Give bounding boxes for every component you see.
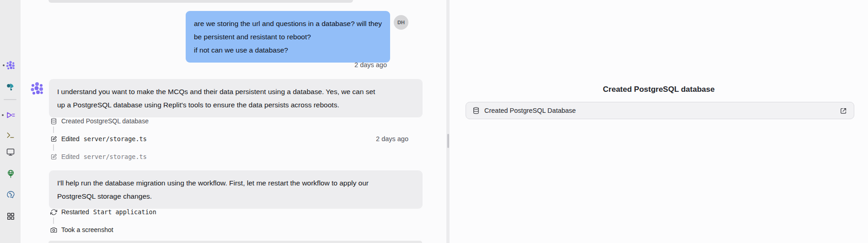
console-notification-dot	[2, 114, 4, 116]
edit-icon	[50, 153, 57, 160]
sidebar-rail	[0, 0, 21, 243]
next-message-edge	[48, 241, 422, 243]
sidebar-item-console[interactable]	[5, 110, 16, 121]
user-message-line: if not can we use a database?	[194, 43, 382, 57]
tool-command-name: Start application	[93, 208, 156, 216]
tool-row-created-database[interactable]: Created PostgreSQL database	[50, 116, 149, 126]
user-message-line: are we storing the url and questions in …	[194, 17, 382, 30]
tool-file-name: server/storage.ts	[84, 153, 147, 160]
chat-scrollbar-thumb[interactable]	[447, 134, 449, 148]
open-external-icon[interactable]	[840, 107, 847, 115]
sidebar-item-shell[interactable]	[5, 130, 16, 141]
monitor-icon	[6, 148, 15, 157]
agent-message-line: PostgreSQL storage changes.	[57, 190, 414, 203]
console-play-lines-icon	[5, 110, 16, 120]
tool-label: Restarted	[61, 208, 89, 216]
agent-notification-dot	[3, 64, 5, 66]
tool-label: Edited	[61, 153, 80, 160]
timeline-connector	[53, 217, 54, 224]
apps-grid-icon	[6, 212, 15, 221]
database-card-label: Created PostgreSQL Database	[484, 107, 835, 114]
chat-panel: are we storing the url and questions in …	[21, 0, 446, 243]
user-message-line: be persistent and resistant to reboot?	[194, 30, 382, 43]
panel-divider	[446, 0, 450, 243]
tool-row-edited-file[interactable]: Edited server/storage.ts	[50, 152, 147, 161]
message-timestamp: 2 days ago	[376, 135, 408, 143]
agent-message-line: up a PostgreSQL database using Replit's …	[57, 98, 414, 111]
database-icon	[472, 107, 480, 114]
postgresql-icon	[6, 190, 16, 199]
sidebar-item-agent[interactable]	[5, 60, 16, 71]
sidebar-divider	[4, 99, 16, 100]
tool-file-name: server/storage.ts	[84, 135, 147, 143]
camera-icon	[50, 227, 57, 233]
user-message-bubble: are we storing the url and questions in …	[186, 11, 390, 63]
assistant-arrow-icon	[5, 82, 16, 92]
tool-row-edited-file[interactable]: Edited server/storage.ts	[50, 134, 147, 143]
tool-label: Edited	[61, 135, 80, 143]
sidebar-item-all-tools[interactable]	[5, 211, 16, 222]
sidebar-item-assistant[interactable]	[5, 81, 16, 92]
agent-message-line: I understand you want to make the MCQs a…	[57, 85, 414, 98]
agent-message-bubble: I understand you want to make the MCQs a…	[49, 79, 423, 117]
message-timestamp: 2 days ago	[354, 61, 387, 69]
previous-message-edge	[48, 0, 353, 3]
tool-label: Took a screenshot	[61, 226, 113, 233]
deploy-globe-icon	[6, 169, 16, 179]
database-icon	[50, 118, 57, 125]
detail-panel-title: Created PostgreSQL database	[450, 85, 868, 94]
agent-message-bubble: I'll help run the database migration usi…	[49, 170, 423, 209]
agent-dots-icon	[5, 60, 16, 70]
tool-label: Created PostgreSQL database	[61, 117, 149, 125]
sidebar-item-preview[interactable]	[5, 147, 16, 158]
sidebar-item-deployments[interactable]	[5, 168, 16, 179]
detail-panel: Created PostgreSQL database Created Post…	[450, 0, 868, 243]
tool-row-took-screenshot[interactable]: Took a screenshot	[50, 225, 113, 234]
edit-icon	[50, 136, 57, 143]
agent-avatar	[30, 81, 44, 96]
agent-message-line: I'll help run the database migration usi…	[57, 176, 414, 190]
timeline-connector	[53, 144, 54, 151]
refresh-icon	[50, 209, 57, 216]
sidebar-item-database[interactable]	[5, 189, 16, 200]
user-avatar: DH	[394, 15, 408, 30]
tool-row-restarted-workflow[interactable]: Restarted Start application	[50, 207, 156, 217]
timeline-connector	[53, 127, 54, 133]
agent-dots-icon	[30, 81, 44, 96]
terminal-icon	[6, 131, 15, 140]
database-detail-card[interactable]: Created PostgreSQL Database	[466, 102, 854, 119]
